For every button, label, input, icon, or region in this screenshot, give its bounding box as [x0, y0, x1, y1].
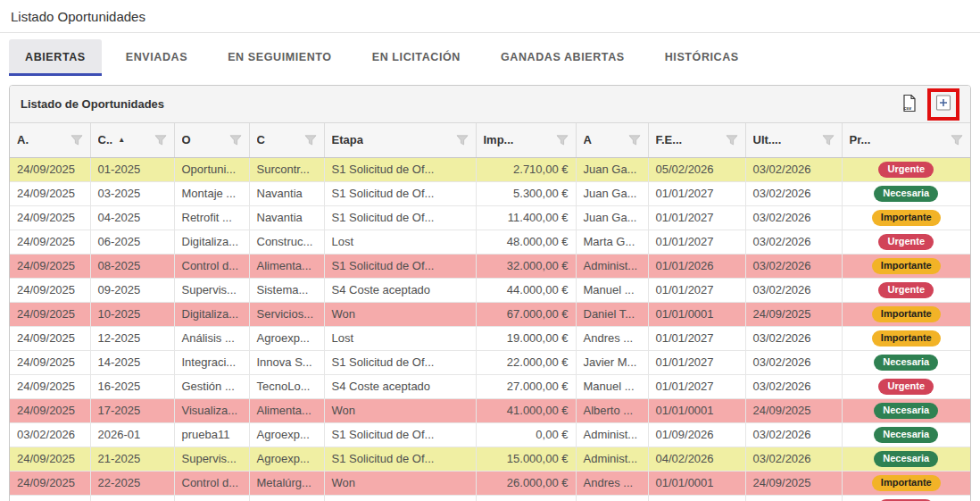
cell: 03/02/2026	[745, 157, 842, 181]
cell: 01/01/2026	[648, 254, 745, 278]
cell: 67.000,00 €	[476, 302, 576, 326]
filter-icon[interactable]	[299, 135, 317, 146]
table-row[interactable]: 03/02/20262026-01prueba11Agroexp...S1 So…	[10, 422, 970, 447]
cell: Lost	[324, 326, 476, 350]
column-header[interactable]: Imp...	[476, 123, 576, 157]
filter-icon[interactable]	[65, 135, 83, 146]
cell: 14-2025	[90, 350, 174, 374]
cell: Integraci...	[174, 495, 249, 501]
cell: 12-2025	[90, 326, 174, 350]
column-header[interactable]: Pr...	[842, 123, 970, 157]
cell: 24/09/2025	[10, 374, 90, 398]
priority-badge: Urgente	[878, 234, 934, 250]
cell: Necesaria	[842, 181, 970, 205]
cell: 24/09/2025	[10, 495, 90, 501]
cell: Importante	[842, 471, 970, 495]
cell: Andres ...	[576, 471, 648, 495]
table-row[interactable]: 24/09/202514-2025Integraci...Innova S...…	[10, 350, 970, 374]
cell: 01/01/0001	[648, 302, 745, 326]
cell: 01/01/0001	[648, 398, 745, 422]
cell: 08-2025	[90, 254, 174, 278]
tab-en-seguimiento[interactable]: EN SEGUIMIENTO	[212, 39, 348, 76]
filter-icon[interactable]	[623, 135, 641, 146]
cell: 24/09/2025	[745, 302, 842, 326]
cell: 03/02/2026	[745, 181, 842, 205]
export-csv-button[interactable]: csv	[898, 92, 920, 117]
priority-badge: Importante	[872, 475, 941, 491]
cell: Digitaliza...	[174, 302, 249, 326]
tab-abiertas[interactable]: ABIERTAS	[9, 39, 102, 76]
filter-icon[interactable]	[551, 135, 569, 146]
table-row[interactable]: 24/09/202509-2025Supervis...Sistema...S4…	[10, 278, 970, 302]
table-row[interactable]: 24/09/202517-2025Visualiza...Alimenta...…	[10, 398, 970, 422]
column-header[interactable]: F.E...	[648, 123, 745, 157]
cell: 24/09/2025	[745, 398, 842, 422]
column-header[interactable]: C	[249, 123, 324, 157]
table-row[interactable]: 24/09/202506-2025Digitaliza...Construc..…	[10, 230, 970, 254]
cell: 5.300,00 €	[476, 181, 576, 205]
cell: 01/01/2027	[648, 495, 745, 501]
table-row[interactable]: 24/09/202508-2025Control d...Alimenta...…	[10, 254, 970, 278]
tab-ganadas-abiertas[interactable]: GANADAS ABIERTAS	[485, 39, 641, 76]
cell: Sistema...	[249, 278, 324, 302]
cell: 01/01/2027	[648, 374, 745, 398]
table-row[interactable]: 24/09/202516-2025Gestión ...TecnoLo...S4…	[10, 374, 970, 398]
cell: 24/09/2025	[10, 471, 90, 495]
cell: Urgente	[842, 278, 970, 302]
table-row[interactable]: 24/09/202512-2025Análisis ...Agroexp...L…	[10, 326, 970, 350]
cell: S1 Solicitud de Of...	[324, 447, 476, 471]
cell: 10-2025	[90, 302, 174, 326]
column-header[interactable]: O	[174, 123, 249, 157]
cell: 17-2025	[90, 398, 174, 422]
table-row[interactable]: 24/09/202504-2025Retrofit ...NavantiaS1 …	[10, 205, 970, 230]
table-row[interactable]: 24/09/202503-2025Montaje ...NavantiaS1 S…	[10, 181, 970, 205]
column-header[interactable]: C..▲	[90, 123, 174, 157]
csv-file-icon: csv	[901, 94, 917, 115]
add-opportunity-button[interactable]	[934, 92, 953, 116]
column-header[interactable]: A.	[10, 123, 90, 157]
plus-square-icon	[935, 94, 951, 114]
tab-bar: ABIERTASENVIADASEN SEGUIMIENTOEN LICITAC…	[9, 39, 971, 76]
cell: 24/09/2025	[10, 157, 90, 181]
column-header[interactable]: A	[576, 123, 648, 157]
table-row[interactable]: 24/09/202501-2025Oportuni...Surcontr...S…	[10, 157, 970, 181]
cell: Juan Ga...	[576, 157, 648, 181]
cell: 47.000,00 €	[476, 495, 576, 501]
cell: Urgente	[842, 230, 970, 254]
filter-icon[interactable]	[149, 135, 167, 146]
table-row[interactable]: 24/09/202523-2025Integraci...Innova S...…	[10, 495, 970, 501]
priority-badge: Necesaria	[874, 186, 938, 202]
table-row[interactable]: 24/09/202522-2025Control d...Metalúrg...…	[10, 471, 970, 495]
tab-históricas[interactable]: HISTÓRICAS	[649, 39, 755, 76]
cell: Won	[324, 398, 476, 422]
table-row[interactable]: 24/09/202521-2025Supervis...Agroexp...S1…	[10, 447, 970, 471]
tab-enviadas[interactable]: ENVIADAS	[110, 39, 203, 76]
filter-icon[interactable]	[817, 135, 835, 146]
cell: 48.000,00 €	[476, 230, 576, 254]
cell: S1 Solicitud de Of...	[324, 157, 476, 181]
cell: 2026-01	[90, 422, 174, 447]
cell: Control d...	[174, 471, 249, 495]
table-row[interactable]: 24/09/202510-2025Digitaliza...Servicios.…	[10, 302, 970, 326]
filter-icon[interactable]	[720, 135, 738, 146]
column-header[interactable]: Etapa	[324, 123, 476, 157]
priority-badge: Necesaria	[874, 427, 938, 443]
cell: Juan Ga...	[576, 181, 648, 205]
cell: 24/09/2025	[10, 278, 90, 302]
cell: S1 Solicitud de Of...	[324, 254, 476, 278]
cell: 24/09/2025	[10, 302, 90, 326]
tab-en-licitación[interactable]: EN LICITACIÓN	[356, 39, 477, 76]
filter-icon[interactable]	[451, 135, 469, 146]
cell: 24/09/2025	[10, 181, 90, 205]
cell: prueba11	[174, 422, 249, 447]
cell: 24/09/2025	[745, 471, 842, 495]
panel-header: Listado de Oportunidades csv	[10, 86, 970, 123]
cell: 22.000,00 €	[476, 350, 576, 374]
column-header[interactable]: Ult....	[745, 123, 842, 157]
filter-icon[interactable]	[224, 135, 242, 146]
cell: S1 Solicitud de Of...	[324, 422, 476, 447]
cell: 24/09/2025	[10, 350, 90, 374]
sort-asc-icon: ▲	[118, 136, 125, 144]
priority-badge: Importante	[872, 330, 941, 347]
filter-icon[interactable]	[945, 135, 963, 146]
